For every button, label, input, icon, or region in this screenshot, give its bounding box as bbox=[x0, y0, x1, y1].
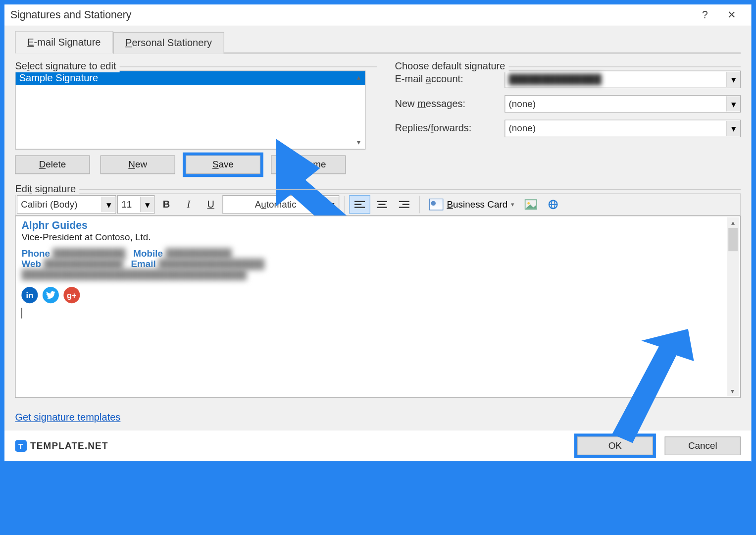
get-templates-link[interactable]: Get signature templates bbox=[15, 412, 120, 424]
chevron-down-icon[interactable]: ▾ bbox=[101, 197, 115, 212]
ok-button[interactable]: OK bbox=[577, 436, 653, 455]
dialog-footer: T TEMPLATE.NET OK Cancel bbox=[4, 430, 751, 461]
signature-listbox[interactable]: Sample Signature ▴ ▾ bbox=[15, 71, 365, 150]
new-button[interactable]: New bbox=[101, 156, 175, 174]
brand-icon: T bbox=[15, 440, 27, 452]
chevron-down-icon[interactable]: ▾ bbox=[325, 197, 339, 212]
chevron-down-icon[interactable]: ▾ bbox=[726, 121, 740, 136]
dialog-content: E-mail Signature Personal Stationery Sel… bbox=[4, 26, 751, 431]
editor-scrollbar[interactable]: ▴ ▾ bbox=[727, 217, 739, 396]
google-plus-icon[interactable]: g+ bbox=[63, 287, 80, 303]
insert-picture-icon[interactable] bbox=[520, 195, 541, 214]
scroll-down-icon[interactable]: ▾ bbox=[727, 386, 738, 396]
web-value: ████████████ bbox=[44, 259, 123, 268]
scroll-up-icon[interactable]: ▴ bbox=[353, 72, 364, 83]
close-icon[interactable]: ✕ bbox=[718, 7, 745, 23]
email-value: ████████████████ bbox=[158, 259, 264, 268]
help-icon[interactable]: ? bbox=[692, 7, 718, 23]
scroll-down-icon[interactable]: ▾ bbox=[353, 137, 364, 148]
chevron-down-icon[interactable]: ▾ bbox=[726, 72, 740, 87]
save-button[interactable]: Save bbox=[186, 156, 260, 174]
list-item[interactable]: Sample Signature bbox=[16, 71, 365, 85]
align-left-icon[interactable] bbox=[349, 195, 370, 214]
titlebar: Signatures and Stationery ? ✕ bbox=[4, 4, 751, 25]
signature-name: Alphr Guides bbox=[21, 219, 734, 232]
signature-title: Vice-President at Contoso, Ltd. bbox=[21, 232, 734, 242]
text-cursor bbox=[21, 308, 22, 319]
new-messages-combo[interactable]: (none) ▾ bbox=[504, 95, 741, 112]
business-card-icon bbox=[429, 199, 443, 211]
font-size-combo[interactable]: 11 ▾ bbox=[117, 195, 155, 214]
tab-personal-stationery[interactable]: Personal Stationery bbox=[113, 32, 224, 54]
scrollbar-thumb[interactable] bbox=[728, 228, 738, 251]
web-label: Web bbox=[21, 259, 41, 268]
align-right-icon[interactable] bbox=[394, 195, 414, 214]
mobile-value: ██████████ bbox=[165, 248, 232, 258]
font-combo[interactable]: Calibri (Body) ▾ bbox=[17, 195, 116, 214]
underline-icon[interactable]: U bbox=[200, 195, 221, 214]
font-color-combo[interactable]: Automatic ▾ bbox=[222, 195, 339, 214]
linkedin-icon[interactable]: in bbox=[21, 287, 38, 303]
rename-button[interactable]: Rename bbox=[271, 156, 346, 174]
chevron-down-icon[interactable]: ▾ bbox=[511, 201, 514, 208]
edit-signature-label: Edit signature bbox=[15, 183, 79, 195]
chevron-down-icon[interactable]: ▾ bbox=[140, 197, 154, 212]
delete-button[interactable]: Delete bbox=[15, 156, 90, 174]
address-line: ██████████████████████████████████ bbox=[21, 269, 734, 280]
cancel-button[interactable]: Cancel bbox=[665, 436, 741, 455]
choose-default-label: Choose default signature bbox=[395, 60, 508, 72]
scroll-up-icon[interactable]: ▴ bbox=[728, 217, 738, 228]
brand-logo: T TEMPLATE.NET bbox=[15, 440, 108, 452]
mobile-label: Mobile bbox=[133, 248, 163, 258]
email-account-combo[interactable]: ██████████████ ▾ bbox=[504, 71, 741, 88]
bold-icon[interactable]: B bbox=[156, 195, 177, 214]
replies-forwards-label: Replies/forwards: bbox=[395, 123, 500, 135]
phone-value: ███████████ bbox=[52, 248, 125, 258]
replies-forwards-combo[interactable]: (none) ▾ bbox=[504, 120, 741, 137]
signatures-dialog: Signatures and Stationery ? ✕ E-mail Sig… bbox=[4, 4, 752, 462]
dialog-title: Signatures and Stationery bbox=[10, 9, 692, 21]
new-messages-label: New messages: bbox=[395, 98, 500, 110]
italic-icon[interactable]: I bbox=[178, 195, 199, 214]
email-label: Email bbox=[131, 259, 155, 268]
select-signature-label: Select signature to edit bbox=[15, 60, 119, 72]
align-center-icon[interactable] bbox=[371, 195, 392, 214]
twitter-icon[interactable] bbox=[43, 287, 59, 303]
formatting-toolbar: Calibri (Body) ▾ 11 ▾ B I U Automatic ▾ bbox=[15, 193, 741, 215]
svg-point-11 bbox=[527, 202, 530, 205]
chevron-down-icon[interactable]: ▾ bbox=[726, 96, 740, 111]
tab-email-signature[interactable]: E-mail Signature bbox=[15, 31, 113, 54]
email-account-label: E-mail account: bbox=[395, 73, 500, 85]
insert-hyperlink-icon[interactable] bbox=[543, 195, 563, 214]
business-card-button[interactable]: Business Card ▾ bbox=[425, 199, 519, 211]
phone-label: Phone bbox=[21, 248, 50, 258]
signature-editor[interactable]: Alphr Guides Vice-President at Contoso, … bbox=[15, 215, 741, 398]
